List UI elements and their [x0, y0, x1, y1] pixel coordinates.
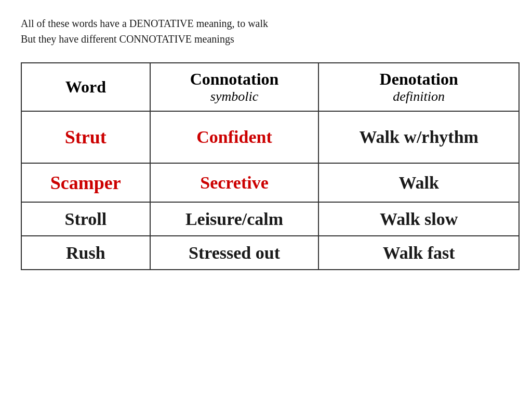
denotation-walk-slow: Walk slow — [318, 202, 519, 236]
intro-paragraph: All of these words have a DENOTATIVE mea… — [21, 16, 511, 47]
connotation-confident: Confident — [150, 111, 319, 163]
table-row: Strut Confident Walk w/rhythm — [21, 111, 519, 163]
header-word: Word — [21, 63, 150, 111]
denotation-walk: Walk — [318, 163, 519, 202]
connotation-stressed: Stressed out — [150, 236, 319, 270]
denotation-walk-fast: Walk fast — [318, 236, 519, 270]
header-denotation: Denotation definition — [318, 63, 519, 111]
table-row: Rush Stressed out Walk fast — [21, 236, 519, 270]
word-stroll: Stroll — [21, 202, 150, 236]
word-strut: Strut — [21, 111, 150, 163]
connotation-leisure: Leisure/calm — [150, 202, 319, 236]
word-scamper: Scamper — [21, 163, 150, 202]
word-rush: Rush — [21, 236, 150, 270]
table-row: Stroll Leisure/calm Walk slow — [21, 202, 519, 236]
table-header-row: Word Connotation symbolic Denotation def… — [21, 63, 519, 111]
connotation-secretive: Secretive — [150, 163, 319, 202]
intro-line2: But they have different CONNOTATIVE mean… — [21, 33, 234, 45]
connotation-table: Word Connotation symbolic Denotation def… — [21, 62, 520, 270]
intro-line1: All of these words have a DENOTATIVE mea… — [21, 18, 268, 29]
table-row: Scamper Secretive Walk — [21, 163, 519, 202]
denotation-walk-rhythm: Walk w/rhythm — [318, 111, 519, 163]
header-connotation: Connotation symbolic — [150, 63, 319, 111]
table-container: Word Connotation symbolic Denotation def… — [21, 62, 520, 270]
